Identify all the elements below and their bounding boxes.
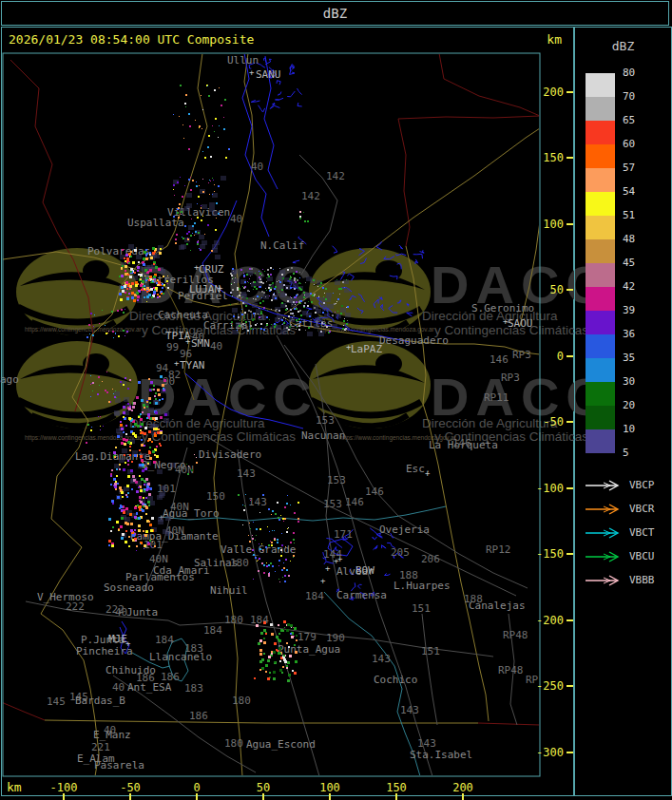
radar-echo-cell <box>252 538 254 540</box>
radar-haze-cell <box>340 308 346 313</box>
radar-echo-cell <box>149 457 152 460</box>
radar-echo-cell <box>253 298 254 299</box>
place-label: Cacheuta <box>158 309 208 321</box>
radar-echo-cell <box>201 205 202 206</box>
radar-echo-cell <box>90 313 92 314</box>
place-label: Ant_ESA <box>127 681 172 694</box>
radar-echo-cell <box>88 324 90 326</box>
radar-echo-cell <box>295 281 297 283</box>
radar-echo-cell <box>244 281 246 283</box>
radar-echo-cell <box>131 410 133 411</box>
radar-echo-cell <box>106 333 107 334</box>
radar-echo-cell <box>144 285 145 287</box>
radar-echo-cell <box>107 333 108 333</box>
radar-echo-cell <box>307 220 309 222</box>
radar-haze-cell <box>157 469 163 474</box>
radar-echo-cell <box>149 276 152 278</box>
radar-echo-cell <box>216 218 217 219</box>
radar-echo-cell <box>151 539 152 540</box>
radar-echo-cell <box>143 530 144 532</box>
route-number: 143 <box>237 467 256 480</box>
radar-echo-cell <box>291 297 292 298</box>
radar-echo-cell <box>266 281 267 282</box>
radar-haze-cell <box>124 397 129 402</box>
radar-echo-cell <box>325 288 327 290</box>
radar-echo-cell <box>281 672 283 674</box>
radar-echo-cell <box>158 281 161 284</box>
radar-echo-cell <box>127 403 129 405</box>
station-label: MJE <box>108 633 127 645</box>
radar-echo-cell <box>112 389 113 390</box>
radar-echo-cell <box>150 381 153 384</box>
dbz-scale-min-value: 5 <box>623 447 661 460</box>
radar-echo-cell <box>346 279 347 280</box>
radar-haze-cell <box>202 240 207 245</box>
radar-echo-cell <box>140 418 143 421</box>
radar-echo-cell <box>256 528 258 530</box>
radar-echo-cell <box>159 252 162 255</box>
radar-echo-cell <box>127 388 129 390</box>
radar-echo-cell <box>332 314 334 316</box>
radar-map[interactable]: DACCDirección de Agriculturay Contingenc… <box>2 53 573 800</box>
radar-echo-cell <box>322 312 324 314</box>
scale-panel: dBZ 807065605754514845423936353020105 VB… <box>574 27 672 796</box>
radar-echo-cell <box>144 548 144 549</box>
route-number: 145 <box>47 695 66 708</box>
radar-echo-cell <box>126 288 128 290</box>
radar-echo-cell <box>253 329 254 330</box>
radar-echo-cell <box>263 641 266 644</box>
radar-echo-cell <box>167 287 169 289</box>
radar-echo-cell <box>121 442 124 445</box>
radar-echo-cell <box>210 156 212 158</box>
radar-haze-cell <box>307 332 313 336</box>
radar-echo-cell <box>267 274 269 276</box>
radar-haze-cell <box>179 245 184 250</box>
radar-echo-cell <box>274 642 277 645</box>
radar-echo-cell <box>138 517 141 520</box>
radar-echo-cell <box>115 481 117 483</box>
radar-echo-cell <box>286 642 288 644</box>
radar-haze-cell <box>184 206 190 211</box>
radar-echo-cell <box>126 297 129 300</box>
radar-echo-cell <box>144 432 146 435</box>
radar-echo-cell <box>278 280 279 281</box>
radar-echo-cell <box>155 392 157 394</box>
radar-echo-cell <box>120 525 123 528</box>
radar-echo-cell <box>300 300 302 302</box>
radar-echo-cell <box>300 289 302 291</box>
radar-echo-cell <box>218 185 220 187</box>
radar-echo-cell <box>127 464 129 466</box>
radar-echo-cell <box>146 277 148 279</box>
radar-echo-cell <box>319 317 320 318</box>
radar-echo-cell <box>279 268 280 269</box>
radar-haze-cell <box>212 193 218 198</box>
radar-echo-cell <box>259 653 262 656</box>
place-label: Junta <box>126 606 158 619</box>
radar-echo-cell <box>296 308 298 310</box>
route-number: 206 <box>421 553 440 565</box>
radar-echo-cell <box>274 288 276 290</box>
radar-echo-cell <box>155 428 158 430</box>
radar-echo-cell <box>298 502 299 504</box>
radar-echo-cell <box>270 541 271 542</box>
radar-echo-cell <box>258 328 259 329</box>
radar-echo-cell <box>189 125 191 127</box>
radar-echo-cell <box>290 561 291 562</box>
radar-echo-cell <box>262 269 263 270</box>
radar-echo-cell <box>140 276 141 277</box>
radar-echo-cell <box>179 116 180 117</box>
y-axis-tick-label: -150 <box>536 547 564 561</box>
radar-echo-cell <box>259 512 260 513</box>
radar-echo-cell <box>123 406 125 409</box>
radar-echo-cell <box>186 464 187 465</box>
place-label: Nacunan <box>301 429 345 442</box>
radar-echo-cell <box>255 324 257 326</box>
radar-echo-cell <box>127 274 129 276</box>
radar-echo-cell <box>139 534 140 535</box>
radar-echo-cell <box>231 295 232 296</box>
radar-echo-cell <box>129 446 131 448</box>
radar-echo-cell <box>297 279 298 281</box>
radar-echo-cell <box>238 494 240 496</box>
radar-echo-cell <box>313 279 315 281</box>
radar-haze-cell <box>252 303 258 308</box>
